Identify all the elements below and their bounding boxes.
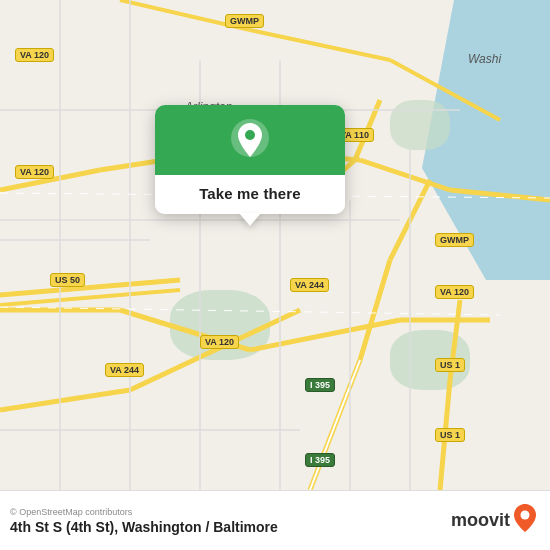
- shield-va120-4: VA 120: [435, 285, 474, 299]
- svg-point-38: [521, 510, 530, 519]
- shield-gwmp-1: GWMP: [225, 14, 264, 28]
- map-container: VA 120 VA 120 VA 120 VA 120 VA 110 VA 24…: [0, 0, 550, 550]
- shield-va244-2: VA 244: [290, 278, 329, 292]
- green-area-3: [390, 100, 450, 150]
- moovit-pin-icon: [514, 504, 536, 538]
- osm-credit: © OpenStreetMap contributors: [10, 507, 278, 517]
- green-area-1: [170, 290, 270, 360]
- shield-us1-2: US 1: [435, 428, 465, 442]
- shield-va120-1: VA 120: [15, 48, 54, 62]
- popup-card: Take me there: [155, 105, 345, 214]
- shield-i395-2: I 395: [305, 453, 335, 467]
- bottom-bar: © OpenStreetMap contributors 4th St S (4…: [0, 490, 550, 550]
- shield-va120-3: VA 120: [200, 335, 239, 349]
- svg-point-37: [245, 130, 255, 140]
- shield-us1-1: US 1: [435, 358, 465, 372]
- take-me-there-button[interactable]: Take me there: [199, 185, 301, 202]
- moovit-text: moovit: [451, 510, 510, 531]
- shield-us50: US 50: [50, 273, 85, 287]
- shield-va120-2: VA 120: [15, 165, 54, 179]
- moovit-logo: moovit: [451, 504, 536, 538]
- shield-va244-1: VA 244: [105, 363, 144, 377]
- popup-green-header: [155, 105, 345, 175]
- shield-gwmp-2: GWMP: [435, 233, 474, 247]
- popup-white-bottom: Take me there: [155, 175, 345, 214]
- location-name: 4th St S (4th St), Washington / Baltimor…: [10, 519, 278, 535]
- location-pin-icon: [231, 123, 269, 161]
- shield-i395-1: I 395: [305, 378, 335, 392]
- popup-pointer: [239, 213, 261, 226]
- bottom-left-info: © OpenStreetMap contributors 4th St S (4…: [10, 507, 278, 535]
